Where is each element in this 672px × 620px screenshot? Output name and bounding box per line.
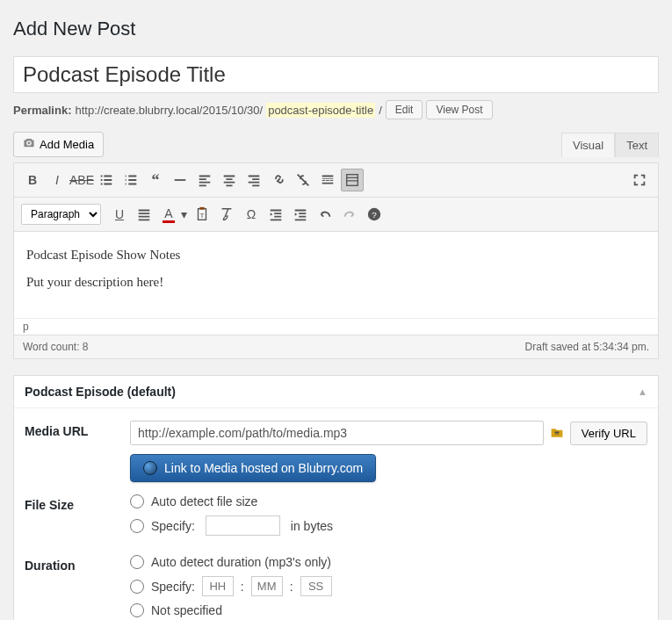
tab-text[interactable]: Text — [615, 133, 659, 157]
permalink-row: Permalink: http://create.blubrry.local/2… — [13, 100, 659, 119]
clear-format-button[interactable] — [215, 203, 238, 226]
blockquote-button[interactable]: “ — [144, 169, 167, 191]
svg-rect-3 — [199, 207, 204, 210]
redo-button[interactable] — [338, 203, 361, 226]
duration-auto-radio[interactable] — [130, 555, 144, 569]
duration-notspec-option[interactable]: Not specified — [130, 603, 647, 617]
post-title-input[interactable] — [23, 61, 649, 89]
duration-ss-input[interactable] — [300, 576, 332, 596]
align-right-button[interactable] — [242, 169, 265, 191]
underline-button[interactable]: U — [108, 203, 131, 226]
italic-button[interactable]: I — [46, 169, 69, 191]
permalink-label: Permalink: — [13, 104, 71, 117]
view-post-button[interactable]: View Post — [426, 100, 492, 119]
link-button[interactable] — [267, 169, 290, 191]
editor-tabs: Visual Text — [561, 133, 659, 157]
format-select[interactable]: Paragraph — [21, 204, 101, 225]
blubrry-icon — [143, 461, 157, 475]
editor-line-2: Put your description here! — [26, 275, 646, 290]
duration-specify-option[interactable]: Specify: : : — [130, 576, 647, 596]
svg-text:?: ? — [372, 210, 377, 220]
paste-text-button[interactable]: T — [191, 203, 213, 226]
blubrry-button-label: Link to Media hosted on Blubrry.com — [164, 461, 363, 475]
toolbar-row-1: B I ABE “ — [14, 163, 658, 198]
svg-rect-0 — [175, 179, 186, 181]
bullet-list-button[interactable] — [95, 169, 118, 191]
metabox-title: Podcast Episode (default) — [25, 385, 176, 399]
toolbar-toggle-button[interactable] — [341, 169, 364, 191]
editor-path: p — [14, 318, 658, 335]
permalink-trailing: / — [379, 104, 382, 117]
indent-button[interactable] — [289, 203, 312, 226]
toolbar-row-2: Paragraph U A ▾ T Ω ? — [14, 198, 658, 232]
filesize-label: File Size — [25, 494, 130, 512]
edit-permalink-button[interactable]: Edit — [386, 100, 423, 119]
editor-box: B I ABE “ Paragraph U A ▾ T Ω ? Podcast … — [13, 162, 659, 359]
fullscreen-button[interactable] — [628, 169, 651, 191]
editor-status-bar: Word count: 8 Draft saved at 5:34:34 pm. — [14, 335, 658, 358]
bold-button[interactable]: B — [21, 169, 44, 191]
undo-button[interactable] — [314, 203, 336, 226]
unlink-button[interactable] — [292, 169, 314, 191]
tab-visual[interactable]: Visual — [561, 133, 615, 157]
align-left-button[interactable] — [193, 169, 216, 191]
podcast-episode-metabox: Podcast Episode (default) ▲ Media URL Ve… — [13, 375, 659, 620]
svg-text:T: T — [200, 212, 205, 220]
strikethrough-button[interactable]: ABE — [70, 169, 93, 191]
duration-label: Duration — [25, 555, 130, 573]
media-url-label: Media URL — [25, 421, 130, 438]
page-title: Add New Post — [13, 18, 659, 40]
duration-hh-input[interactable] — [202, 576, 234, 596]
folder-icon[interactable] — [549, 426, 565, 440]
more-button[interactable] — [316, 169, 339, 191]
filesize-auto-radio[interactable] — [130, 494, 144, 508]
filesize-specify-radio[interactable] — [130, 519, 144, 533]
add-media-label: Add Media — [40, 138, 94, 151]
duration-specify-radio[interactable] — [130, 580, 144, 594]
permalink-slug: podcast-episode-title — [266, 103, 375, 118]
filesize-specify-option[interactable]: Specify: in bytes — [130, 515, 647, 536]
chevron-up-icon: ▲ — [638, 386, 647, 397]
camera-icon — [23, 137, 35, 152]
duration-mm-input[interactable] — [251, 576, 283, 596]
duration-notspec-radio[interactable] — [130, 603, 144, 617]
add-media-button[interactable]: Add Media — [13, 132, 104, 157]
outdent-button[interactable] — [264, 203, 287, 226]
editor-line-1: Podcast Episode Show Notes — [26, 248, 646, 263]
verify-url-button[interactable]: Verify URL — [570, 422, 647, 445]
hr-button[interactable] — [169, 169, 191, 191]
permalink-base: http://create.blubrry.local/2015/10/30/ — [75, 104, 263, 117]
numbered-list-button[interactable] — [119, 169, 142, 191]
text-color-button[interactable]: A — [157, 203, 180, 226]
svg-rect-1 — [347, 175, 358, 186]
post-title-wrap — [13, 56, 659, 93]
media-url-input[interactable] — [130, 421, 544, 445]
duration-auto-option[interactable]: Auto detect duration (mp3's only) — [130, 555, 647, 569]
filesize-bytes-input[interactable] — [206, 515, 280, 536]
metabox-toggle[interactable]: Podcast Episode (default) ▲ — [14, 376, 658, 408]
filesize-auto-option[interactable]: Auto detect file size — [130, 494, 647, 508]
color-dropdown-icon[interactable]: ▾ — [178, 203, 189, 226]
align-justify-button[interactable] — [133, 203, 155, 226]
special-char-button[interactable]: Ω — [240, 203, 263, 226]
blubrry-link-button[interactable]: Link to Media hosted on Blubrry.com — [130, 454, 376, 482]
help-button[interactable]: ? — [363, 203, 386, 226]
align-center-button[interactable] — [218, 169, 241, 191]
editor-content-area[interactable]: Podcast Episode Show Notes Put your desc… — [14, 232, 658, 318]
draft-saved-status: Draft saved at 5:34:34 pm. — [525, 341, 649, 353]
word-count: Word count: 8 — [23, 341, 88, 353]
